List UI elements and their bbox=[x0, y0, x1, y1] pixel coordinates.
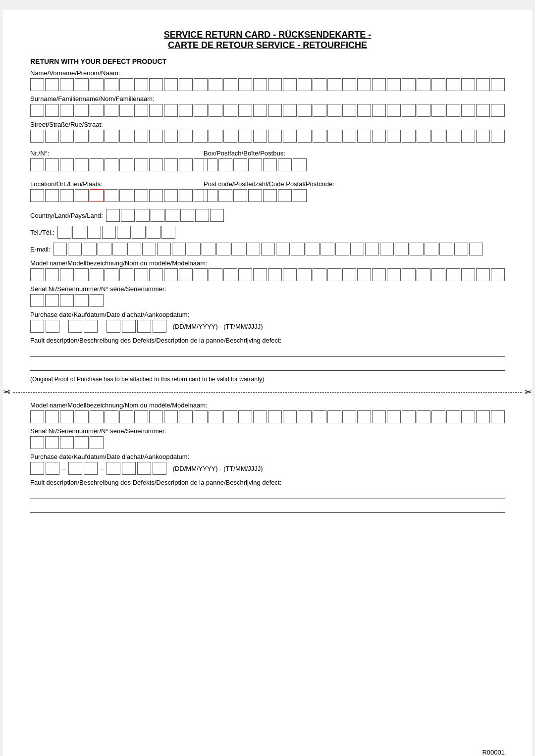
tel-row-cell-5[interactable] bbox=[132, 226, 146, 239]
bottom-serial-row-cell-3[interactable] bbox=[75, 436, 89, 449]
model-row-cell-27[interactable] bbox=[431, 268, 445, 281]
bottom-date-dd-1[interactable] bbox=[30, 462, 44, 475]
model-row-cell-26[interactable] bbox=[417, 268, 430, 281]
email-row-cell-15[interactable] bbox=[276, 243, 290, 255]
name-row-cell-24[interactable] bbox=[387, 78, 401, 91]
bottom-serial-row-cell-0[interactable] bbox=[30, 436, 44, 449]
name-row-cell-4[interactable] bbox=[90, 78, 104, 91]
name-row-cell-1[interactable] bbox=[45, 78, 59, 91]
bottom-date-yyyy-2[interactable] bbox=[122, 462, 136, 475]
bottom-date-yyyy-1[interactable] bbox=[107, 462, 120, 475]
bottom-serial-row-cell-4[interactable] bbox=[90, 436, 104, 449]
country-row-cell-3[interactable] bbox=[151, 209, 164, 222]
model-row-cell-23[interactable] bbox=[372, 268, 386, 281]
street-row-cell-13[interactable] bbox=[223, 130, 237, 143]
email-row-cell-2[interactable] bbox=[83, 243, 97, 255]
bottom-serial-row-cell-1[interactable] bbox=[45, 436, 59, 449]
bottom-date-mm-1[interactable] bbox=[68, 462, 82, 475]
country-row-cell-6[interactable] bbox=[195, 209, 209, 222]
location-cell-1[interactable] bbox=[45, 189, 59, 202]
surname-row-cell-6[interactable] bbox=[119, 104, 133, 117]
name-row-cell-20[interactable] bbox=[327, 78, 341, 91]
surname-row-cell-5[interactable] bbox=[105, 104, 118, 117]
serial-row-cell-1[interactable] bbox=[45, 294, 59, 307]
bottom-fault-line-2[interactable] bbox=[30, 502, 505, 513]
name-row-cell-16[interactable] bbox=[268, 78, 282, 91]
street-row-cell-9[interactable] bbox=[164, 130, 178, 143]
surname-row-cell-19[interactable] bbox=[313, 104, 326, 117]
bottom-serial-input-row[interactable] bbox=[30, 436, 505, 449]
tel-row-cell-0[interactable] bbox=[57, 226, 71, 239]
location-cell-7[interactable] bbox=[134, 189, 148, 202]
bottom-date-dd-2[interactable] bbox=[46, 462, 59, 475]
name-input-row[interactable] bbox=[30, 78, 505, 91]
bottom-model-row-cell-8[interactable] bbox=[149, 410, 163, 423]
street-row-cell-0[interactable] bbox=[30, 130, 44, 143]
model-input-row[interactable] bbox=[30, 268, 505, 281]
email-row-cell-28[interactable] bbox=[469, 243, 483, 255]
email-row-cell-24[interactable] bbox=[410, 243, 424, 255]
name-row-cell-12[interactable] bbox=[209, 78, 222, 91]
street-row-cell-26[interactable] bbox=[417, 130, 430, 143]
location-cell-5[interactable] bbox=[105, 189, 118, 202]
surname-input-row[interactable] bbox=[30, 104, 505, 117]
email-row-cell-12[interactable] bbox=[231, 243, 245, 255]
location-cell-10[interactable] bbox=[179, 189, 193, 202]
surname-row-cell-14[interactable] bbox=[238, 104, 252, 117]
email-row-cell-1[interactable] bbox=[68, 243, 82, 255]
bottom-model-row-cell-6[interactable] bbox=[119, 410, 133, 423]
nr-row-cell-0[interactable] bbox=[30, 158, 44, 171]
box-row-cell-1[interactable] bbox=[218, 158, 232, 171]
model-row-cell-14[interactable] bbox=[238, 268, 252, 281]
bottom-model-row-cell-5[interactable] bbox=[105, 410, 118, 423]
model-row-cell-21[interactable] bbox=[342, 268, 356, 281]
serial-row-cell-2[interactable] bbox=[60, 294, 74, 307]
bottom-date-mm-2[interactable] bbox=[84, 462, 98, 475]
model-row-cell-28[interactable] bbox=[446, 268, 460, 281]
nr-row-cell-7[interactable] bbox=[134, 158, 148, 171]
street-row-cell-7[interactable] bbox=[134, 130, 148, 143]
box-row-cell-0[interactable] bbox=[204, 158, 217, 171]
nr-row-cell-9[interactable] bbox=[164, 158, 178, 171]
bottom-model-row-cell-16[interactable] bbox=[268, 410, 282, 423]
model-row-cell-19[interactable] bbox=[313, 268, 326, 281]
surname-row-cell-15[interactable] bbox=[253, 104, 267, 117]
bottom-model-row-cell-22[interactable] bbox=[357, 410, 371, 423]
surname-row-cell-22[interactable] bbox=[357, 104, 371, 117]
name-row-cell-5[interactable] bbox=[105, 78, 118, 91]
surname-row-cell-9[interactable] bbox=[164, 104, 178, 117]
model-row-cell-6[interactable] bbox=[119, 268, 133, 281]
name-row-cell-29[interactable] bbox=[461, 78, 475, 91]
email-row-cell-25[interactable] bbox=[425, 243, 438, 255]
tel-row-cell-1[interactable] bbox=[72, 226, 86, 239]
surname-row-cell-13[interactable] bbox=[223, 104, 237, 117]
name-row-cell-3[interactable] bbox=[75, 78, 89, 91]
model-row-cell-7[interactable] bbox=[134, 268, 148, 281]
country-row-cell-7[interactable] bbox=[210, 209, 224, 222]
date-yyyy-2[interactable] bbox=[122, 320, 136, 333]
surname-row-cell-2[interactable] bbox=[60, 104, 74, 117]
name-row-cell-31[interactable] bbox=[491, 78, 505, 91]
postcode-input-row[interactable] bbox=[204, 189, 505, 202]
name-row-cell-30[interactable] bbox=[476, 78, 490, 91]
bottom-model-row-cell-21[interactable] bbox=[342, 410, 356, 423]
email-row-cell-27[interactable] bbox=[454, 243, 468, 255]
bottom-fault-line-1[interactable] bbox=[30, 488, 505, 499]
street-row-cell-29[interactable] bbox=[461, 130, 475, 143]
street-row-cell-21[interactable] bbox=[342, 130, 356, 143]
fault-line-1[interactable] bbox=[30, 346, 505, 357]
box-row-cell-5[interactable] bbox=[278, 158, 292, 171]
model-row-cell-0[interactable] bbox=[30, 268, 44, 281]
email-row-cell-13[interactable] bbox=[246, 243, 260, 255]
email-row-cell-6[interactable] bbox=[142, 243, 156, 255]
street-row-cell-19[interactable] bbox=[313, 130, 326, 143]
name-row-cell-8[interactable] bbox=[149, 78, 163, 91]
name-row-cell-18[interactable] bbox=[298, 78, 312, 91]
bottom-model-input-row[interactable] bbox=[30, 410, 505, 423]
date-mm-1[interactable] bbox=[68, 320, 82, 333]
model-row-cell-25[interactable] bbox=[402, 268, 416, 281]
bottom-model-row-cell-9[interactable] bbox=[164, 410, 178, 423]
serial-row-cell-0[interactable] bbox=[30, 294, 44, 307]
date-dd-2[interactable] bbox=[46, 320, 59, 333]
surname-row-cell-16[interactable] bbox=[268, 104, 282, 117]
